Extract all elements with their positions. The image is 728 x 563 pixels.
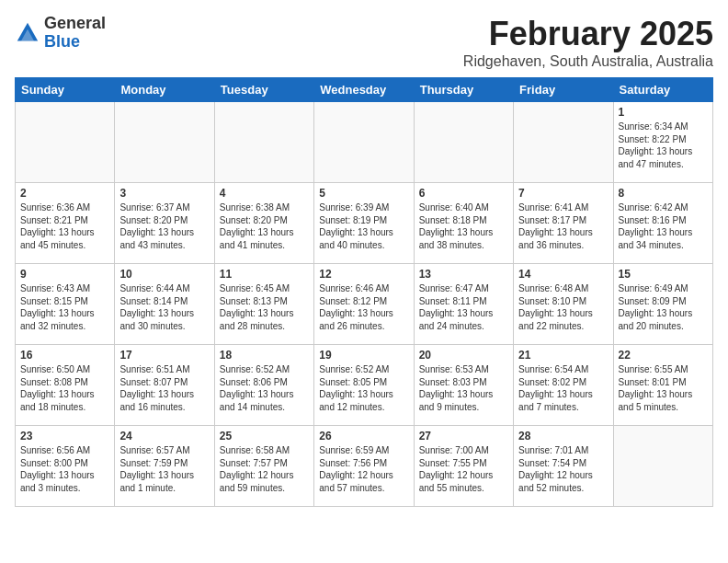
day-info: Sunrise: 6:57 AM Sunset: 7:59 PM Dayligh… — [119, 444, 209, 494]
calendar-cell: 13Sunrise: 6:47 AM Sunset: 8:11 PM Dayli… — [414, 264, 513, 345]
day-info: Sunrise: 6:39 AM Sunset: 8:19 PM Dayligh… — [319, 201, 408, 251]
calendar-cell — [613, 426, 712, 507]
day-info: Sunrise: 7:01 AM Sunset: 7:54 PM Dayligh… — [518, 444, 608, 494]
day-info: Sunrise: 6:54 AM Sunset: 8:02 PM Dayligh… — [518, 363, 608, 413]
week-row-1: 1Sunrise: 6:34 AM Sunset: 8:22 PM Daylig… — [16, 102, 713, 183]
day-number: 27 — [419, 430, 508, 442]
calendar-cell: 6Sunrise: 6:40 AM Sunset: 8:18 PM Daylig… — [414, 183, 513, 264]
day-number: 17 — [119, 349, 209, 362]
day-number: 22 — [619, 349, 708, 362]
day-info: Sunrise: 6:53 AM Sunset: 8:03 PM Dayligh… — [419, 363, 508, 413]
day-number: 5 — [319, 187, 408, 200]
day-info: Sunrise: 6:58 AM Sunset: 7:57 PM Dayligh… — [220, 444, 309, 494]
day-number: 16 — [20, 349, 109, 362]
calendar-cell: 20Sunrise: 6:53 AM Sunset: 8:03 PM Dayli… — [414, 345, 513, 426]
calendar-cell: 25Sunrise: 6:58 AM Sunset: 7:57 PM Dayli… — [214, 426, 313, 507]
day-info: Sunrise: 6:59 AM Sunset: 7:56 PM Dayligh… — [319, 444, 408, 494]
calendar-cell: 16Sunrise: 6:50 AM Sunset: 8:08 PM Dayli… — [16, 345, 115, 426]
day-number: 11 — [220, 268, 309, 281]
day-number: 8 — [619, 187, 708, 200]
day-info: Sunrise: 6:45 AM Sunset: 8:13 PM Dayligh… — [220, 282, 309, 332]
day-info: Sunrise: 6:38 AM Sunset: 8:20 PM Dayligh… — [220, 201, 309, 251]
weekday-header-saturday: Saturday — [613, 78, 712, 102]
day-info: Sunrise: 6:56 AM Sunset: 8:00 PM Dayligh… — [20, 444, 109, 494]
page-header: General Blue February 2025 Ridgehaven, S… — [15, 15, 713, 70]
logo: General Blue — [15, 15, 106, 52]
calendar-cell: 5Sunrise: 6:39 AM Sunset: 8:19 PM Daylig… — [314, 183, 414, 264]
calendar-cell: 9Sunrise: 6:43 AM Sunset: 8:15 PM Daylig… — [16, 264, 115, 345]
calendar-cell: 23Sunrise: 6:56 AM Sunset: 8:00 PM Dayli… — [16, 426, 115, 507]
weekday-header-friday: Friday — [514, 78, 613, 102]
weekday-header-row: SundayMondayTuesdayWednesdayThursdayFrid… — [16, 78, 713, 102]
day-number: 1 — [619, 106, 708, 119]
day-info: Sunrise: 6:51 AM Sunset: 8:07 PM Dayligh… — [119, 363, 209, 413]
day-info: Sunrise: 7:00 AM Sunset: 7:55 PM Dayligh… — [419, 444, 508, 494]
day-info: Sunrise: 6:42 AM Sunset: 8:16 PM Dayligh… — [619, 201, 708, 251]
calendar-cell: 12Sunrise: 6:46 AM Sunset: 8:12 PM Dayli… — [314, 264, 414, 345]
calendar-cell: 26Sunrise: 6:59 AM Sunset: 7:56 PM Dayli… — [314, 426, 414, 507]
calendar-cell: 14Sunrise: 6:48 AM Sunset: 8:10 PM Dayli… — [514, 264, 613, 345]
day-number: 25 — [220, 430, 309, 442]
day-number: 12 — [319, 268, 408, 281]
day-info: Sunrise: 6:55 AM Sunset: 8:01 PM Dayligh… — [619, 363, 708, 413]
weekday-header-wednesday: Wednesday — [314, 78, 414, 102]
calendar-cell: 10Sunrise: 6:44 AM Sunset: 8:14 PM Dayli… — [115, 264, 214, 345]
calendar-cell: 17Sunrise: 6:51 AM Sunset: 8:07 PM Dayli… — [115, 345, 214, 426]
logo-general: General — [44, 14, 106, 32]
weekday-header-thursday: Thursday — [414, 78, 513, 102]
calendar-cell: 28Sunrise: 7:01 AM Sunset: 7:54 PM Dayli… — [514, 426, 613, 507]
day-info: Sunrise: 6:46 AM Sunset: 8:12 PM Dayligh… — [319, 282, 408, 332]
week-row-3: 9Sunrise: 6:43 AM Sunset: 8:15 PM Daylig… — [16, 264, 713, 345]
day-info: Sunrise: 6:47 AM Sunset: 8:11 PM Dayligh… — [419, 282, 508, 332]
calendar-cell: 4Sunrise: 6:38 AM Sunset: 8:20 PM Daylig… — [214, 183, 313, 264]
title-block: February 2025 Ridgehaven, South Australi… — [463, 15, 713, 70]
calendar-cell: 18Sunrise: 6:52 AM Sunset: 8:06 PM Dayli… — [214, 345, 313, 426]
calendar-cell: 19Sunrise: 6:52 AM Sunset: 8:05 PM Dayli… — [314, 345, 414, 426]
day-number: 28 — [518, 430, 608, 442]
weekday-header-sunday: Sunday — [16, 78, 115, 102]
day-number: 4 — [220, 187, 309, 200]
day-info: Sunrise: 6:52 AM Sunset: 8:05 PM Dayligh… — [319, 363, 408, 413]
day-number: 19 — [319, 349, 408, 362]
week-row-4: 16Sunrise: 6:50 AM Sunset: 8:08 PM Dayli… — [16, 345, 713, 426]
day-number: 24 — [119, 430, 209, 442]
calendar-cell — [314, 102, 414, 183]
calendar-cell: 24Sunrise: 6:57 AM Sunset: 7:59 PM Dayli… — [115, 426, 214, 507]
calendar-cell — [414, 102, 513, 183]
calendar-cell — [16, 102, 115, 183]
day-info: Sunrise: 6:44 AM Sunset: 8:14 PM Dayligh… — [119, 282, 209, 332]
calendar-table: SundayMondayTuesdayWednesdayThursdayFrid… — [15, 77, 713, 507]
day-number: 6 — [419, 187, 508, 200]
weekday-header-monday: Monday — [115, 78, 214, 102]
calendar-cell: 3Sunrise: 6:37 AM Sunset: 8:20 PM Daylig… — [115, 183, 214, 264]
calendar-cell: 22Sunrise: 6:55 AM Sunset: 8:01 PM Dayli… — [613, 345, 712, 426]
calendar-cell: 11Sunrise: 6:45 AM Sunset: 8:13 PM Dayli… — [214, 264, 313, 345]
day-info: Sunrise: 6:52 AM Sunset: 8:06 PM Dayligh… — [220, 363, 309, 413]
day-info: Sunrise: 6:43 AM Sunset: 8:15 PM Dayligh… — [20, 282, 109, 332]
day-number: 15 — [619, 268, 708, 281]
logo-text: General Blue — [44, 15, 106, 52]
day-info: Sunrise: 6:37 AM Sunset: 8:20 PM Dayligh… — [119, 201, 209, 251]
day-number: 23 — [20, 430, 109, 442]
weekday-header-tuesday: Tuesday — [214, 78, 313, 102]
day-info: Sunrise: 6:34 AM Sunset: 8:22 PM Dayligh… — [619, 121, 708, 170]
calendar-cell: 15Sunrise: 6:49 AM Sunset: 8:09 PM Dayli… — [613, 264, 712, 345]
day-number: 14 — [518, 268, 608, 281]
calendar-cell: 21Sunrise: 6:54 AM Sunset: 8:02 PM Dayli… — [514, 345, 613, 426]
calendar-cell — [115, 102, 214, 183]
calendar-cell — [514, 102, 613, 183]
day-number: 2 — [20, 187, 109, 200]
calendar-cell: 1Sunrise: 6:34 AM Sunset: 8:22 PM Daylig… — [613, 102, 712, 183]
day-number: 26 — [319, 430, 408, 442]
logo-icon — [15, 20, 40, 46]
day-info: Sunrise: 6:49 AM Sunset: 8:09 PM Dayligh… — [619, 282, 708, 332]
day-info: Sunrise: 6:36 AM Sunset: 8:21 PM Dayligh… — [20, 201, 109, 251]
day-number: 7 — [518, 187, 608, 200]
day-number: 21 — [518, 349, 608, 362]
logo-blue: Blue — [44, 32, 80, 51]
day-info: Sunrise: 6:48 AM Sunset: 8:10 PM Dayligh… — [518, 282, 608, 332]
day-number: 3 — [119, 187, 209, 200]
day-number: 13 — [419, 268, 508, 281]
week-row-2: 2Sunrise: 6:36 AM Sunset: 8:21 PM Daylig… — [16, 183, 713, 264]
day-info: Sunrise: 6:50 AM Sunset: 8:08 PM Dayligh… — [20, 363, 109, 413]
